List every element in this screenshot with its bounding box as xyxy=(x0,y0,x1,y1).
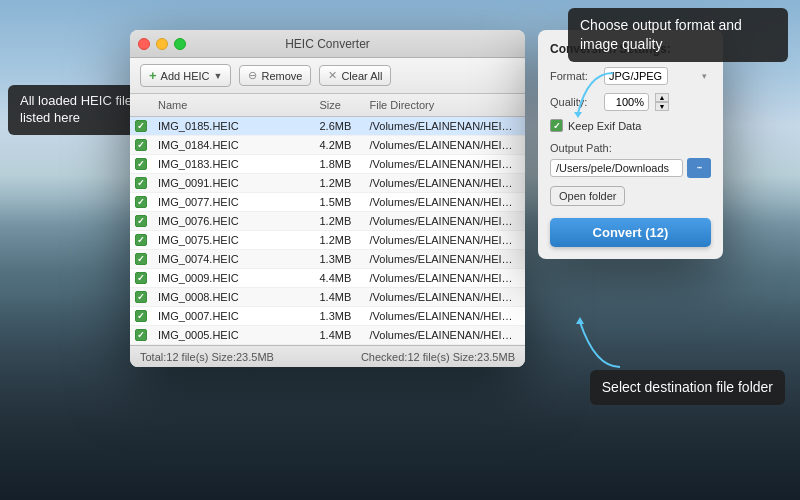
file-checkbox[interactable] xyxy=(135,329,147,341)
maximize-button[interactable] xyxy=(174,38,186,50)
file-rows: IMG_0185.HEIC 2.6MB /Volumes/ELAINENAN/H… xyxy=(130,117,525,345)
file-size: 1.4MB xyxy=(314,326,364,344)
svg-marker-1 xyxy=(576,317,584,324)
row-checkbox[interactable] xyxy=(130,118,152,134)
browse-button[interactable] xyxy=(687,158,711,178)
arrow-top-right xyxy=(558,68,618,118)
table-row[interactable]: IMG_0076.HEIC 1.2MB /Volumes/ELAINENAN/H… xyxy=(130,212,525,231)
file-path: /Volumes/ELAINENAN/HEIC/IMG_0009.HEIC xyxy=(364,269,526,287)
traffic-lights xyxy=(138,38,186,50)
stepper-up-button[interactable]: ▲ xyxy=(655,93,669,102)
file-path: /Volumes/ELAINENAN/HEIC/IMG_0077.HEIC xyxy=(364,193,526,211)
clear-icon: ✕ xyxy=(328,69,337,82)
status-bar: Total:12 file(s) Size:23.5MB Checked:12 … xyxy=(130,345,525,367)
close-button[interactable] xyxy=(138,38,150,50)
file-checkbox[interactable] xyxy=(135,234,147,246)
file-name: IMG_0076.HEIC xyxy=(152,212,314,230)
file-size: 1.5MB xyxy=(314,193,364,211)
file-name: IMG_0008.HEIC xyxy=(152,288,314,306)
file-checkbox[interactable] xyxy=(135,253,147,265)
table-row[interactable]: IMG_0009.HEIC 4.4MB /Volumes/ELAINENAN/H… xyxy=(130,269,525,288)
keep-exif-checkbox[interactable] xyxy=(550,119,563,132)
file-size: 2.6MB xyxy=(314,117,364,135)
row-checkbox[interactable] xyxy=(130,327,152,343)
row-checkbox[interactable] xyxy=(130,270,152,286)
file-size: 1.4MB xyxy=(314,288,364,306)
stepper-down-button[interactable]: ▼ xyxy=(655,102,669,111)
file-name: IMG_0074.HEIC xyxy=(152,250,314,268)
file-name: IMG_0184.HEIC xyxy=(152,136,314,154)
convert-button[interactable]: Convert (12) xyxy=(550,218,711,247)
output-path-value: /Users/pele/Downloads xyxy=(550,159,683,177)
file-checkbox[interactable] xyxy=(135,215,147,227)
col-name: Name xyxy=(152,97,314,113)
file-size: 1.3MB xyxy=(314,250,364,268)
table-row[interactable]: IMG_0007.HEIC 1.3MB /Volumes/ELAINENAN/H… xyxy=(130,307,525,326)
row-checkbox[interactable] xyxy=(130,289,152,305)
file-checkbox[interactable] xyxy=(135,120,147,132)
file-size: 1.2MB xyxy=(314,231,364,249)
file-name: IMG_0077.HEIC xyxy=(152,193,314,211)
clear-all-button[interactable]: ✕ Clear All xyxy=(319,65,391,86)
row-checkbox[interactable] xyxy=(130,213,152,229)
row-checkbox[interactable] xyxy=(130,137,152,153)
file-checkbox[interactable] xyxy=(135,177,147,189)
quality-stepper: ▲ ▼ xyxy=(655,93,669,111)
file-name: IMG_0005.HEIC xyxy=(152,326,314,344)
file-checkbox[interactable] xyxy=(135,291,147,303)
file-path: /Volumes/ELAINENAN/HEIC/IMG_0074.HEIC xyxy=(364,250,526,268)
row-checkbox[interactable] xyxy=(130,194,152,210)
file-path: /Volumes/ELAINENAN/HEIC/IMG_0185.HEIC xyxy=(364,117,526,135)
file-name: IMG_0185.HEIC xyxy=(152,117,314,135)
file-size: 4.2MB xyxy=(314,136,364,154)
table-row[interactable]: IMG_0008.HEIC 1.4MB /Volumes/ELAINENAN/H… xyxy=(130,288,525,307)
file-path: /Volumes/ELAINENAN/HEIC/IMG_0008.HEIC xyxy=(364,288,526,306)
file-size: 4.4MB xyxy=(314,269,364,287)
output-path-label: Output Path: xyxy=(550,142,711,154)
row-checkbox[interactable] xyxy=(130,251,152,267)
table-row[interactable]: IMG_0077.HEIC 1.5MB /Volumes/ELAINENAN/H… xyxy=(130,193,525,212)
table-row[interactable]: IMG_0184.HEIC 4.2MB /Volumes/ELAINENAN/H… xyxy=(130,136,525,155)
file-name: IMG_0183.HEIC xyxy=(152,155,314,173)
file-path: /Volumes/ELAINENAN/HEIC/IMG_0005.HEIC xyxy=(364,326,526,344)
row-checkbox[interactable] xyxy=(130,175,152,191)
total-status: Total:12 file(s) Size:23.5MB xyxy=(140,351,274,363)
table-row[interactable]: IMG_0183.HEIC 1.8MB /Volumes/ELAINENAN/H… xyxy=(130,155,525,174)
row-checkbox[interactable] xyxy=(130,308,152,324)
col-directory: File Directory xyxy=(364,97,526,113)
table-row[interactable]: IMG_0005.HEIC 1.4MB /Volumes/ELAINENAN/H… xyxy=(130,326,525,345)
keep-exif-label: Keep Exif Data xyxy=(568,120,641,132)
table-row[interactable]: IMG_0075.HEIC 1.2MB /Volumes/ELAINENAN/H… xyxy=(130,231,525,250)
open-folder-button[interactable]: Open folder xyxy=(550,186,625,206)
toolbar: + Add HEIC ▼ ⊖ Remove ✕ Clear All xyxy=(130,58,525,94)
output-path-row: /Users/pele/Downloads xyxy=(550,158,711,178)
file-list-container: Name Size File Directory IMG_0185.HEIC 2… xyxy=(130,94,525,345)
row-checkbox[interactable] xyxy=(130,232,152,248)
table-row[interactable]: IMG_0074.HEIC 1.3MB /Volumes/ELAINENAN/H… xyxy=(130,250,525,269)
col-size: Size xyxy=(314,97,364,113)
file-checkbox[interactable] xyxy=(135,158,147,170)
table-row[interactable]: IMG_0091.HEIC 1.2MB /Volumes/ELAINENAN/H… xyxy=(130,174,525,193)
checked-status: Checked:12 file(s) Size:23.5MB xyxy=(361,351,515,363)
file-list-header: Name Size File Directory xyxy=(130,94,525,117)
file-checkbox[interactable] xyxy=(135,196,147,208)
settings-panel: Conversion Settings: Format: JPG/JPEG PN… xyxy=(538,30,723,259)
keep-exif-row: Keep Exif Data xyxy=(550,119,711,132)
callout-top-right: Choose output format and image quality xyxy=(568,8,788,62)
row-checkbox[interactable] xyxy=(130,156,152,172)
table-row[interactable]: IMG_0185.HEIC 2.6MB /Volumes/ELAINENAN/H… xyxy=(130,117,525,136)
file-checkbox[interactable] xyxy=(135,139,147,151)
file-size: 1.2MB xyxy=(314,212,364,230)
file-checkbox[interactable] xyxy=(135,310,147,322)
file-checkbox[interactable] xyxy=(135,272,147,284)
window-title: HEIC Converter xyxy=(285,37,370,51)
file-path: /Volumes/ELAINENAN/HEIC/IMG_0076.HEIC xyxy=(364,212,526,230)
callout-bottom-right: Select destination file folder xyxy=(590,370,785,405)
add-heic-button[interactable]: + Add HEIC ▼ xyxy=(140,64,231,87)
minimize-button[interactable] xyxy=(156,38,168,50)
arrow-bottom-right xyxy=(555,312,625,372)
app-window: HEIC Converter + Add HEIC ▼ ⊖ Remove ✕ C… xyxy=(130,30,525,367)
file-path: /Volumes/ELAINENAN/HEIC/IMG_0184.HEIC xyxy=(364,136,526,154)
chevron-down-icon: ▼ xyxy=(214,71,223,81)
remove-button[interactable]: ⊖ Remove xyxy=(239,65,311,86)
